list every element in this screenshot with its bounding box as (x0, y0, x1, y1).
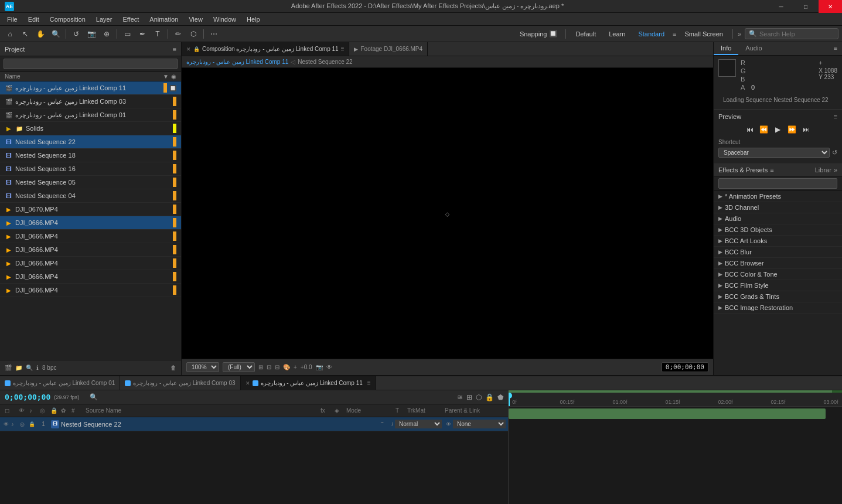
search-help-input[interactable] (759, 30, 830, 38)
menu-view[interactable]: View (184, 15, 207, 24)
footer-info-icon[interactable]: ℹ (36, 365, 39, 371)
project-item[interactable]: 🎞 Nested Sequence 22 (0, 135, 181, 149)
shortcut-select[interactable]: Spacebar Numpad 0 (718, 148, 830, 158)
tab-audio[interactable]: Audio (738, 42, 769, 55)
menu-help[interactable]: Help (242, 15, 265, 24)
project-item[interactable]: ▶ DJI_0666.MP4 (0, 230, 181, 243)
tl-lock-btn[interactable]: 🔒 (485, 393, 494, 401)
project-panel-menu[interactable]: ≡ (173, 46, 176, 53)
project-item[interactable]: ▶ DJI_0666.MP4 (0, 257, 181, 270)
footer-search-icon[interactable]: 🔍 (26, 365, 33, 371)
resize-icon[interactable]: ⊞ (258, 364, 263, 370)
project-item[interactable]: ▶ DJI_0666.MP4 (0, 243, 181, 257)
zoom-select[interactable]: 100% 50% 200% (186, 362, 219, 372)
tl-playhead[interactable] (509, 393, 510, 406)
menu-window[interactable]: Window (209, 15, 241, 24)
footer-folder-icon[interactable]: 📁 (15, 365, 22, 371)
zoom-tool[interactable]: 🔍 (49, 28, 62, 40)
project-item[interactable]: 🎞 Nested Sequence 04 (0, 189, 181, 203)
effects-expand-icon[interactable]: » (834, 166, 837, 173)
tl-graph-btn[interactable]: ≋ (457, 393, 463, 401)
effects-category-3d-channel[interactable]: ▶ 3D Channel (714, 202, 842, 213)
menu-animation[interactable]: Animation (145, 15, 183, 24)
layer-eye-icon[interactable]: 👁 (2, 421, 9, 428)
brush-tool[interactable]: ✏ (172, 28, 185, 40)
project-item[interactable]: 🎬 زمین عباس - رودبارچره Linked Comp 01 (0, 108, 181, 122)
text-tool[interactable]: T (151, 28, 164, 40)
menu-effect[interactable]: Effect (118, 15, 144, 24)
grid-icon[interactable]: ⊟ (275, 364, 279, 370)
tab-info[interactable]: Info (714, 42, 738, 55)
effects-category-bcc-color[interactable]: ▶ BCC Color & Tone (714, 269, 842, 280)
tl-ruler[interactable]: 0f 00:15f 01:00f 01:15f 02:00f 02:15f 03… (509, 393, 842, 407)
preview-menu[interactable]: ≡ (834, 113, 837, 120)
step-back-button[interactable]: ⏪ (758, 124, 770, 135)
info-panel-menu[interactable]: ≡ (829, 42, 842, 55)
effects-category-animation-presets[interactable]: ▶ * Animation Presets (714, 191, 842, 202)
go-to-start-button[interactable]: ⏮ (744, 124, 756, 135)
tl-layer-bar[interactable] (509, 408, 826, 419)
tl-track-area[interactable] (509, 407, 842, 504)
show-snapshot-icon[interactable]: 👁 (326, 364, 332, 370)
close-button[interactable]: ✕ (819, 0, 842, 13)
expand-workspaces-icon[interactable]: » (738, 30, 741, 38)
step-forward-button[interactable]: ⏩ (786, 124, 798, 135)
rotate-tool[interactable]: ↺ (70, 28, 83, 40)
layer-eye2-icon[interactable]: 👁 (446, 421, 451, 427)
tl-search-icon[interactable]: 🔍 (90, 393, 98, 401)
effects-category-bcc-film[interactable]: ▶ BCC Film Style (714, 280, 842, 291)
effects-menu-icon[interactable]: ≡ (770, 166, 773, 173)
effects-category-audio[interactable]: ▶ Audio (714, 213, 842, 224)
layer-link2-icon[interactable]: / (391, 421, 393, 427)
reset-shortcut-icon[interactable]: ↺ (832, 149, 837, 156)
menu-composition[interactable]: Composition (45, 15, 90, 24)
rect-tool[interactable]: ▭ (121, 28, 134, 40)
snapping-toggle[interactable]: Snapping 🔲 (516, 29, 561, 39)
minimize-button[interactable]: ─ (769, 0, 793, 13)
workspace-learn[interactable]: Learn (604, 29, 630, 39)
effects-category-bcc-image[interactable]: ▶ BCC Image Restoration (714, 302, 842, 314)
viewer-tab-close[interactable]: ✕ (186, 46, 191, 52)
viewer-canvas[interactable]: ⬦ (182, 68, 713, 359)
viewer-tab-footage[interactable]: ▶ Footage DJI_0666.MP4 (349, 42, 428, 56)
home-tool[interactable]: ⌂ (4, 28, 16, 40)
go-to-end-button[interactable]: ⏭ (800, 124, 812, 135)
effects-library-tab[interactable]: Librar (815, 166, 831, 173)
safe-zones-icon[interactable]: ⊡ (267, 364, 271, 370)
maximize-button[interactable]: □ (794, 0, 817, 13)
snapshot-icon[interactable]: 📷 (316, 364, 323, 370)
tl-switch-btn[interactable]: ⊞ (466, 393, 472, 401)
breadcrumb-comp[interactable]: زمین عباس - رودبارچره Linked Comp 11 (186, 59, 288, 65)
tl-expand-btn[interactable]: ⬟ (497, 393, 503, 401)
project-item[interactable]: 🎞 Nested Sequence 16 (0, 162, 181, 176)
hand-tool[interactable]: ✋ (34, 28, 47, 40)
project-item[interactable]: 🎬 زمین عباس - رودبارچره Linked Comp 03 (0, 95, 181, 108)
effects-category-bcc-blur[interactable]: ▶ BCC Blur (714, 247, 842, 258)
tl-solo-btn[interactable]: ⬡ (476, 393, 482, 401)
layer-parent-select[interactable]: None (453, 420, 506, 428)
layer-audio-icon[interactable]: ♪ (11, 421, 18, 427)
channels-icon[interactable]: 🎨 (283, 364, 290, 370)
quality-select[interactable]: (Full) (Half) (223, 362, 255, 372)
menu-layer[interactable]: Layer (91, 15, 117, 24)
workspace-small-screen[interactable]: Small Screen (680, 29, 727, 39)
menu-file[interactable]: File (2, 15, 22, 24)
timeline-tab-comp01[interactable]: زمین عباس - رودبارچره Linked Comp 01 (0, 376, 120, 390)
effects-search-input[interactable] (718, 178, 837, 189)
layer-lock-icon[interactable]: 🔒 (29, 421, 36, 427)
play-button[interactable]: ▶ (772, 124, 784, 135)
footer-delete-icon[interactable]: 🗑 (171, 365, 176, 371)
effects-category-bcc-art[interactable]: ▶ BCC Art Looks (714, 236, 842, 247)
tl-tab-menu[interactable]: ≡ (367, 380, 371, 386)
tl-layer-row[interactable]: 👁 ♪ ◎ 🔒 1 🎞 Nested Sequence 22 ~ / Norma… (0, 417, 508, 431)
puppet-tool[interactable]: ⋯ (207, 28, 220, 40)
project-item[interactable]: 🎬 زمین عباس - رودبارچره Linked Comp 11 🔲 (0, 81, 181, 95)
project-item[interactable]: ▶ DJI_0670.MP4 (0, 203, 181, 216)
select-tool[interactable]: ↖ (19, 28, 32, 40)
workspace-standard[interactable]: Standard (633, 29, 669, 39)
project-item[interactable]: ▶ DJI_0666.MP4 (0, 216, 181, 230)
workspace-menu-icon[interactable]: ≡ (673, 30, 676, 38)
clone-tool[interactable]: ⬡ (187, 28, 200, 40)
footer-new-comp-icon[interactable]: 🎬 (5, 365, 12, 371)
camera-tool[interactable]: 📷 (85, 28, 98, 40)
